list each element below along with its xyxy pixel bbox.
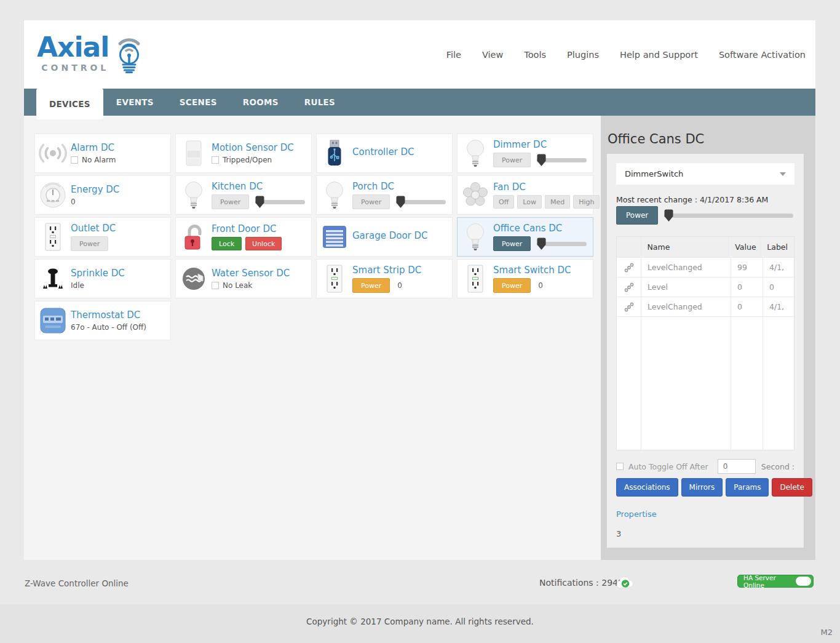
slider-handle[interactable] xyxy=(537,154,546,167)
dim-slider[interactable] xyxy=(396,200,446,204)
tab-events[interactable]: EVENTS xyxy=(103,89,167,116)
device-status-checkbox[interactable] xyxy=(212,156,219,164)
menu-software-activation[interactable]: Software Activation xyxy=(719,50,806,60)
device-card-thermostat[interactable]: Thermostat DC 67o - Auto - Off (Off) xyxy=(34,301,171,340)
tab-devices[interactable]: DEVICES xyxy=(36,89,103,119)
device-card-porch[interactable]: Porch DC Power xyxy=(316,175,453,215)
slider-handle[interactable] xyxy=(537,238,546,250)
associations-button[interactable]: Associations xyxy=(616,478,678,497)
cloud-check-icon xyxy=(616,576,635,592)
power-button[interactable]: Power xyxy=(616,206,658,225)
power-button[interactable]: Power xyxy=(352,278,390,293)
table-header-row: Name Value Label xyxy=(617,237,794,258)
device-card-smart-strip[interactable]: Smart Strip DC Power 0 xyxy=(316,259,453,298)
table-row[interactable]: Level 0 0 xyxy=(617,278,794,297)
device-card-dimmer[interactable]: Dimmer DC Power xyxy=(457,134,593,173)
device-status-checkbox[interactable] xyxy=(212,282,219,289)
status-bar: Z-Wave Controller Online Notifications :… xyxy=(0,560,840,604)
device-card-motion-sensor[interactable]: Motion Sensor DC Tripped/Open xyxy=(175,134,312,173)
device-name-link[interactable]: Controller DC xyxy=(352,146,447,158)
device-card-energy[interactable]: Energy DC 0 xyxy=(34,175,171,215)
menu-view[interactable]: View xyxy=(482,50,503,60)
menu-file[interactable]: File xyxy=(446,50,461,60)
device-name-link[interactable]: Smart Switch DC xyxy=(493,265,588,276)
device-name-link[interactable]: Garage Door DC xyxy=(352,230,447,241)
device-status-text: 0 xyxy=(538,281,543,290)
power-button[interactable]: Power xyxy=(212,194,249,209)
table-row[interactable]: LevelChanged 99 4/1, xyxy=(617,258,794,278)
water-sensor-icon xyxy=(176,260,212,298)
device-card-alarm[interactable]: Alarm DC No Alarm xyxy=(34,134,171,173)
device-card-front-door[interactable]: Front Door DC Lock Unlock xyxy=(175,217,312,257)
device-name-link[interactable]: Alarm DC xyxy=(71,142,165,153)
device-card-kitchen[interactable]: Kitchen DC Power xyxy=(175,175,312,215)
device-card-sprinkle[interactable]: Sprinkle DC Idle xyxy=(34,259,171,298)
tab-rooms[interactable]: ROOMS xyxy=(230,89,291,116)
device-name-link[interactable]: Porch DC xyxy=(352,181,447,192)
menu-help-and-support[interactable]: Help and Support xyxy=(620,50,698,60)
device-name-link[interactable]: Sprinkle DC xyxy=(71,268,165,279)
lock-button[interactable]: Lock xyxy=(212,237,242,250)
device-card-fan[interactable]: Fan DC Off Low Med High xyxy=(457,175,593,215)
device-name-link[interactable]: Front Door DC xyxy=(212,223,306,234)
power-button[interactable]: Power xyxy=(352,194,390,209)
column-header-name: Name xyxy=(641,237,729,257)
device-card-water-sensor[interactable]: Water Sensor DC No Leak xyxy=(175,259,312,298)
slider-handle[interactable] xyxy=(396,196,405,209)
slider-handle[interactable] xyxy=(255,196,264,209)
device-name-link[interactable]: Office Cans DC xyxy=(493,223,588,234)
auto-toggle-checkbox[interactable] xyxy=(616,463,624,470)
device-name-link[interactable]: Smart Strip DC xyxy=(352,265,447,276)
device-name-link[interactable]: Thermostat DC xyxy=(71,310,165,321)
device-name-link[interactable]: Kitchen DC xyxy=(212,181,306,192)
tab-scenes[interactable]: SCENES xyxy=(167,89,230,116)
fan-med-button[interactable]: Med xyxy=(545,195,570,209)
device-card-office-cans[interactable]: Office Cans DC Power xyxy=(457,217,593,257)
device-name-link[interactable]: Fan DC xyxy=(493,182,588,193)
device-status-text: 0 xyxy=(397,281,402,290)
toggle-knob[interactable] xyxy=(796,577,811,586)
delete-button[interactable]: Delete xyxy=(772,478,812,497)
propertise-link[interactable]: Propertise xyxy=(616,509,794,519)
device-card-garage-door[interactable]: Garage Door DC xyxy=(316,217,453,257)
slider-handle[interactable] xyxy=(664,209,673,222)
power-button[interactable]: Power xyxy=(493,153,531,167)
fan-off-button[interactable]: Off xyxy=(493,195,514,209)
params-button[interactable]: Params xyxy=(726,478,769,497)
device-status-text: 0 xyxy=(71,198,165,206)
unlock-button[interactable]: Unlock xyxy=(245,237,282,250)
tab-rules[interactable]: RULES xyxy=(291,89,348,116)
device-name-link[interactable]: Energy DC xyxy=(71,184,165,195)
dim-slider[interactable] xyxy=(537,242,587,246)
usb-controller-icon xyxy=(317,134,352,172)
row-name: LevelChanged xyxy=(641,258,731,277)
mirrors-button[interactable]: Mirrors xyxy=(681,478,723,497)
ha-server-toggle[interactable]: HA Server Online xyxy=(737,575,814,588)
power-button[interactable]: Power xyxy=(71,236,108,251)
menu-tools[interactable]: Tools xyxy=(524,50,546,60)
power-button[interactable]: Power xyxy=(493,236,531,251)
row-label: 0 xyxy=(763,278,794,297)
detail-panel-body: DimmerSwitch Most recent change : 4/1/20… xyxy=(607,154,804,548)
menu-plugins[interactable]: Plugins xyxy=(567,50,599,60)
dim-slider[interactable] xyxy=(255,200,305,204)
device-name-link[interactable]: Outlet DC xyxy=(71,223,165,234)
device-card-outlet[interactable]: Outlet DC Power xyxy=(34,217,171,257)
device-name-link[interactable]: Dimmer DC xyxy=(493,139,588,150)
fan-low-button[interactable]: Low xyxy=(517,195,542,209)
device-status-checkbox[interactable] xyxy=(71,156,78,164)
table-row[interactable]: LevelChanged 0 4/1, xyxy=(617,297,794,317)
auto-toggle-seconds-input[interactable] xyxy=(718,459,756,474)
device-type-dropdown[interactable]: DimmerSwitch xyxy=(616,163,794,185)
device-card-controller[interactable]: Controller DC xyxy=(316,134,453,173)
energy-meter-icon xyxy=(35,176,71,214)
device-name-link[interactable]: Motion Sensor DC xyxy=(212,142,306,153)
bulb-icon xyxy=(317,176,352,214)
device-name-link[interactable]: Water Sensor DC xyxy=(212,268,306,279)
device-card-smart-switch[interactable]: Smart Switch DC Power 0 xyxy=(457,259,593,298)
dim-slider[interactable] xyxy=(537,158,587,162)
link-icon xyxy=(617,258,641,277)
power-button[interactable]: Power xyxy=(493,278,531,293)
dim-slider[interactable] xyxy=(664,214,793,218)
fan-high-button[interactable]: High xyxy=(573,195,600,209)
